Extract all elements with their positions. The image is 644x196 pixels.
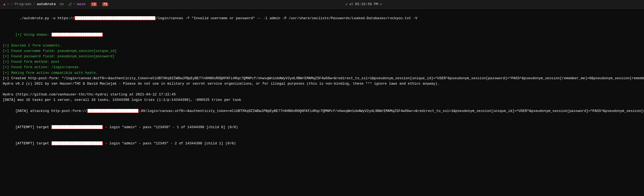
compatible-line: [+] Making form action compatible with h… [3, 70, 641, 76]
password-field-line: [+] Found password field: pseudonym_sess… [3, 54, 641, 59]
hydra-starting-line: Hydra (https://github.com/vanhauser-thc/… [3, 92, 641, 97]
form-method-line: [+] Found form method: post [3, 59, 641, 65]
sourced-line: [+] Sourced 2 form elements. [3, 43, 641, 48]
attempt-1-suffix: - login "admin" - pass "123456" - 1 of 1… [103, 125, 238, 129]
cmd-line: ./autobrute.py -u https://██████████████… [3, 10, 641, 26]
attempt-2-line: [ATTEMPT] target ███████████████████████… [3, 135, 641, 152]
checkmark-icon: ✔ [345, 2, 348, 6]
on-text: on [57, 2, 66, 6]
path-sep1: / [11, 2, 13, 6]
branch-icon: ⑂ [73, 2, 75, 6]
title-bar-left: ▲ ~ / Programs / autobrute on ⎇ ⑂ main !… [3, 2, 108, 6]
path-sep2: / [33, 2, 35, 6]
http-post-line: [+] Created http-post-form: "/login/canv… [3, 76, 641, 81]
title-bar-center: ✔ at 05:16:50 PM ⊙ [345, 2, 382, 6]
clock-icon: ⊙ [380, 2, 382, 6]
path-autobrute: autobrute [37, 2, 56, 6]
path-home: ~ [7, 2, 9, 6]
data-attacking-text: [DATA] attacking http-post-form:// [15, 109, 87, 113]
using-doman-line: [+] Using doman: ███████████████████████… [3, 26, 641, 43]
path-programs: Programs [15, 2, 31, 6]
triangle-icon: ▲ [3, 2, 5, 6]
username-field-line: [+] Found username field: pseudonym_sess… [3, 48, 641, 54]
data-attacking-line: [DATA] attacking http-post-form://██████… [3, 103, 641, 119]
terminal-window: ▲ ~ / Programs / autobrute on ⎇ ⑂ main !… [0, 0, 644, 196]
redacted-url-1: ██████████████████████████████████████ [74, 16, 156, 20]
redacted-doman: ████████████████████████ [51, 33, 103, 37]
cmd-text: ./autobrute.py -u https:// [15, 16, 74, 20]
badge-untracked: ?1 [102, 2, 108, 6]
attempt-1-prefix: [ATTEMPT] target [15, 125, 51, 129]
badge-changes: !1 [91, 2, 97, 6]
attempt-2-prefix: [ATTEMPT] target [15, 141, 51, 145]
redacted-target-2: ████████████████████████ [51, 141, 103, 145]
attempt-1-line: [ATTEMPT] target ███████████████████████… [3, 119, 641, 135]
blank-line-1 [3, 87, 641, 92]
plus-using-doman: [+] Using doman: [15, 33, 51, 37]
attempt-2-suffix: - login "admin" - pass "12345" - 2 of 14… [103, 141, 236, 145]
data-max-line: [DATA] max 16 tasks per 1 server, overal… [3, 97, 641, 103]
terminal-content: ./autobrute.py -u https://██████████████… [0, 9, 644, 196]
redacted-target-1: ████████████████████████ [51, 125, 103, 129]
cmd-text-2: /login/canvas -f "Invalid username or pa… [156, 16, 417, 20]
title-bar: ▲ ~ / Programs / autobrute on ⎇ ⑂ main !… [0, 0, 644, 9]
hydra-version-line: Hydra v9.2 (c) 2021 by van Hauser/THC & … [3, 81, 641, 87]
git-icon: ⎇ [68, 2, 72, 6]
at-text: at [349, 2, 354, 6]
redacted-ip-2: ████████████████████████ [87, 109, 139, 113]
form-action-line: [+] Found form action: /login/canvas [3, 65, 641, 70]
time-display: 05:16:50 PM [355, 2, 378, 6]
data-attacking-rest: :80/login/canvas:utf8=✓&authenticity_tok… [139, 109, 644, 113]
branch-name: main [77, 2, 85, 6]
